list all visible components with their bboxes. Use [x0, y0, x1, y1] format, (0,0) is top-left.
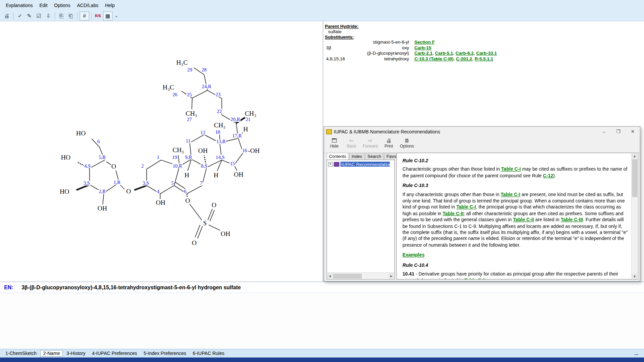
toolbar-overflow-icon[interactable]: ⌄	[115, 13, 118, 18]
edit-check-icon[interactable]: ☑	[35, 12, 43, 20]
atom-label: O	[126, 188, 131, 195]
menubar: ExplanationsEditOptionsACD/LabsHelp	[0, 0, 644, 11]
tab-index[interactable]: Index	[349, 153, 365, 160]
toolbar-separator	[55, 12, 55, 19]
atom-label: H	[213, 172, 219, 179]
ref-link-r-5-5-1-1[interactable]: R-5.5.1.1	[475, 56, 493, 61]
atom-label: OH	[198, 147, 208, 154]
ref-link-carb-2-1[interactable]: Carb-2.1	[415, 51, 433, 56]
module-tab-5-index-preferences[interactable]: 5-Index Preferences	[141, 350, 189, 357]
module-tab-3-history[interactable]: 3-History	[64, 350, 88, 357]
atom-label: HO	[59, 188, 70, 195]
structure-canvas[interactable]: H₃CH₃CCH₃CH₃CH₃CH₃HOH-OHOHOHHHHOHOHOOHOO…	[0, 21, 323, 282]
check-name-icon[interactable]: ✓	[16, 12, 24, 20]
tree-item-label[interactable]: IUPAC Recommendations 19	[340, 162, 390, 167]
scroll-left-icon[interactable]: ◄	[327, 273, 333, 279]
menu-options[interactable]: Options	[51, 2, 73, 9]
toolbar-separator	[13, 12, 13, 19]
atom-label: OH	[97, 205, 108, 212]
locant-label: 5	[171, 181, 174, 186]
expand-plus-icon[interactable]: +	[328, 162, 332, 166]
minimize-button[interactable]: –	[597, 127, 611, 136]
atom-label: CH₃	[214, 122, 226, 129]
menu-acd-labs[interactable]: ACD/Labs	[74, 2, 102, 9]
help-title-bar[interactable]: IUPAC & IUBMB Nomenclature Recommendatio…	[324, 127, 640, 136]
substituents-tbody: stigmast-5-en-6-ylSection F3βoxyCarb-15(…	[325, 40, 498, 62]
button-label: Options	[400, 144, 414, 148]
substituent-row: stigmast-5-en-6-ylSection F	[325, 40, 498, 45]
scroll-thumb[interactable]	[632, 159, 637, 197]
atom-label: OH	[155, 199, 166, 206]
link-examples[interactable]: Examples	[402, 252, 425, 257]
rule-paragraph: If any characteristic groups other than …	[402, 191, 629, 248]
menu-explanations[interactable]: Explanations	[2, 2, 36, 9]
ref-link-carb-6-2[interactable]: Carb-6.2	[455, 51, 474, 56]
menu-help[interactable]: Help	[102, 2, 118, 9]
options-button[interactable]: 🗎Options	[400, 137, 414, 148]
atom-label: -OH	[248, 147, 260, 154]
link-table-c-i[interactable]: Table C-I	[501, 192, 520, 197]
link-c-12[interactable]: C-12	[543, 173, 553, 178]
substituent-name: tetrahydroxy	[355, 56, 413, 62]
module-tab-4-iupac-preferences[interactable]: 4-IUPAC Preferences	[89, 350, 140, 357]
module-tab-6-iupac-rules[interactable]: 6-IUPAC Rules	[190, 350, 227, 357]
link-table-c-ii[interactable]: Table C-II	[465, 278, 485, 279]
substituent-locants: 4,8,15,16	[325, 56, 355, 62]
edit-name-icon[interactable]: ✎	[25, 12, 34, 20]
ref-link-carb-33-1[interactable]: Carb-33.1	[476, 51, 497, 56]
scroll-right-icon[interactable]: ►	[388, 273, 394, 279]
stereo-rs-icon[interactable]: R/S	[94, 12, 102, 20]
print-icon: 🖨	[386, 137, 391, 143]
ref-link-c-10-3-table-c-iii[interactable]: C-10.3 (Table C-III)	[415, 56, 454, 61]
rule-heading: Rule C-10.4	[402, 262, 629, 268]
help-toolbar: 🗔Hide⇦Back⇨Forward🖨Print🗎Options	[324, 136, 640, 153]
help-body: ContentsIndexSearchFavorites + IUPAC Rec…	[324, 152, 640, 281]
link-table-c-ii[interactable]: Table C-II	[513, 217, 534, 222]
locant-label: 4,S	[84, 163, 91, 168]
scroll-down-icon[interactable]: ▼	[632, 274, 637, 279]
locant-label: 11	[185, 138, 191, 143]
tree-item-row[interactable]: + IUPAC Recommendations 19	[327, 160, 394, 167]
rule-heading: Rule C-10.2	[402, 158, 629, 164]
periodic-table-icon[interactable]: ▦	[103, 11, 112, 20]
link-table-c-i[interactable]: Table C-I	[456, 204, 476, 209]
bottom-strip	[0, 358, 644, 362]
link-table-c-ii[interactable]: Table C-II	[443, 211, 464, 216]
locant-label: 21	[245, 117, 251, 122]
print-button[interactable]: 🖨Print	[383, 137, 395, 148]
rule-heading: Rule C-10.3	[402, 183, 629, 189]
copy-icon[interactable]: ⎘	[57, 12, 66, 20]
workspace-filler	[0, 293, 644, 349]
link-table-c-iii[interactable]: Table C-III	[561, 217, 583, 222]
menu-edit[interactable]: Edit	[36, 2, 51, 9]
content-vertical-scrollbar[interactable]: ▲ ▼	[631, 153, 638, 279]
help-tabs: ContentsIndexSearchFavorites	[326, 153, 394, 160]
ref-link-carb-5-1[interactable]: Carb-5.1	[435, 51, 453, 56]
atom-label: CH₃	[245, 110, 257, 117]
ref-link-c-201-2[interactable]: C-201.2	[456, 56, 472, 61]
close-button[interactable]: ✕	[626, 127, 640, 136]
more-indicator[interactable]: ...	[634, 351, 644, 356]
maximize-button[interactable]: ❐	[611, 127, 626, 136]
tab-search[interactable]: Search	[365, 153, 383, 160]
locant-label: 10,R	[172, 163, 183, 168]
numbering-icon[interactable]: #	[80, 11, 89, 20]
module-tab-1-chemsketch[interactable]: 1-ChemSketch	[2, 350, 39, 357]
ref-link-carb-15[interactable]: Carb-15	[415, 45, 431, 50]
tree-horizontal-scrollbar[interactable]: ◄ ►	[327, 273, 394, 279]
tab-contents[interactable]: Contents	[326, 153, 348, 160]
scroll-up-icon[interactable]: ▲	[632, 153, 637, 159]
substituent-row: (β-D-glucopyranosyl)Carb-2.1, Carb-5.1, …	[325, 51, 498, 56]
atom-label: HO	[61, 154, 71, 161]
export-name-icon[interactable]: ⇩	[44, 12, 53, 20]
link-table-c-i[interactable]: Table C-I	[501, 167, 521, 172]
scroll-thumb[interactable]	[333, 274, 362, 279]
parent-hydride-label: Parent Hydride:	[325, 24, 644, 29]
copy-special-icon[interactable]: ⎗	[66, 12, 75, 20]
print-icon[interactable]: 🖨	[2, 12, 11, 20]
hide-button[interactable]: 🗔Hide	[328, 137, 340, 148]
rule-paragraph: 10.41 - Derivative groups have priority …	[402, 271, 629, 279]
ref-link-section-f[interactable]: Section F	[415, 40, 435, 45]
locant-label: 19	[172, 155, 177, 160]
module-tab-2-name[interactable]: 2-Name	[40, 350, 63, 357]
